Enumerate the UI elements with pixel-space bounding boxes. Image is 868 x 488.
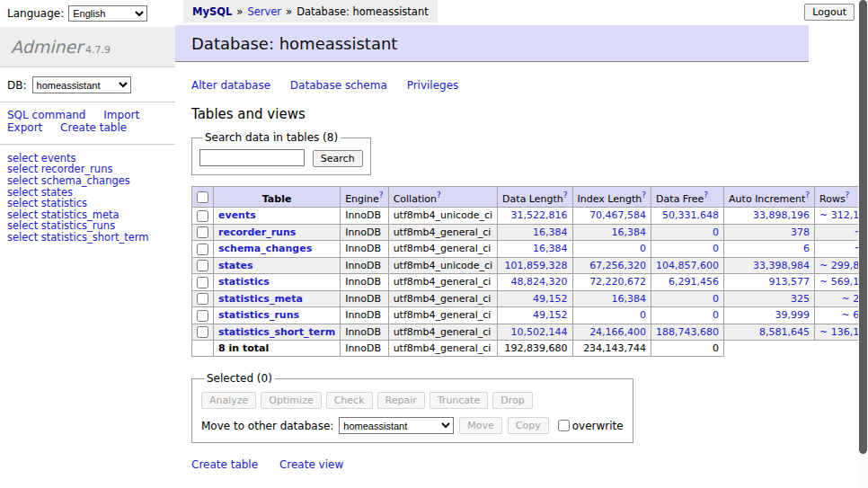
help-icon[interactable]: ? xyxy=(642,191,646,200)
data-free-link[interactable]: 104,857,600 xyxy=(656,260,719,271)
check-button[interactable]: Check xyxy=(326,392,373,409)
copy-button[interactable]: Copy xyxy=(508,417,549,434)
table-link[interactable]: statistics_short_term xyxy=(218,326,335,338)
privileges-link[interactable]: Privileges xyxy=(407,79,459,92)
data-length-link[interactable]: 31,522,816 xyxy=(511,209,568,221)
index-length-link[interactable]: 16,384 xyxy=(612,226,647,238)
tables-and-views-heading: Tables and views xyxy=(191,106,842,122)
search-input[interactable] xyxy=(199,149,305,166)
sidebar: Language: English Adminer4.7.9 DB: homea… xyxy=(0,0,175,488)
row-checkbox[interactable] xyxy=(197,226,208,238)
help-icon[interactable]: ? xyxy=(704,191,708,200)
collation-cell: utf8mb4_unicode_ci xyxy=(388,208,497,225)
table-link[interactable]: events xyxy=(218,209,256,221)
auto-increment-link[interactable]: 6 xyxy=(803,243,810,254)
create-table-link[interactable]: Create table xyxy=(191,458,258,471)
sidebar-link-sql-command[interactable]: SQL command xyxy=(7,109,85,121)
scrollbar-thumb[interactable] xyxy=(859,0,867,454)
data-free-link[interactable]: 0 xyxy=(713,226,719,238)
auto-increment-link[interactable]: 39,999 xyxy=(775,309,810,321)
row-checkbox[interactable] xyxy=(197,326,208,338)
help-icon[interactable]: ? xyxy=(563,191,568,200)
database-schema-link[interactable]: Database schema xyxy=(290,79,387,92)
auto-increment-link[interactable]: 33,398,984 xyxy=(753,260,810,271)
table-link[interactable]: recorder_runs xyxy=(218,226,296,238)
search-button[interactable]: Search xyxy=(313,150,363,167)
data-length-link[interactable]: 49,152 xyxy=(533,293,568,305)
index-length-link[interactable]: 70,467,584 xyxy=(589,209,646,221)
sidebar-item-select-statistics-short-term[interactable]: select statistics_short_term xyxy=(7,232,168,244)
table-link[interactable]: states xyxy=(218,260,253,271)
breadcrumb-server-link[interactable]: Server xyxy=(247,5,281,18)
analyze-button[interactable]: Analyze xyxy=(201,392,256,409)
row-checkbox[interactable] xyxy=(197,244,208,255)
engine-cell: InnoDB xyxy=(341,257,388,274)
tables-body: events InnoDB utf8mb4_unicode_ci 31,522,… xyxy=(192,208,868,341)
index-length-link[interactable]: 72,220,672 xyxy=(589,276,646,288)
db-selector-row: DB: homeassistant xyxy=(0,67,175,102)
data-free-link[interactable]: 0 xyxy=(713,309,719,321)
data-free-link[interactable]: 188,743,680 xyxy=(656,326,719,338)
row-checkbox[interactable] xyxy=(197,260,208,271)
language-select[interactable]: English xyxy=(68,5,147,22)
move-database-select[interactable]: homeassistant xyxy=(339,417,454,434)
row-checkbox[interactable] xyxy=(197,277,208,288)
auto-increment-link[interactable]: 913,577 xyxy=(769,276,810,288)
breadcrumb-mysql-link[interactable]: MySQL xyxy=(192,5,232,18)
table-link[interactable]: statistics_runs xyxy=(218,309,299,321)
data-length-link[interactable]: 49,152 xyxy=(533,309,568,321)
help-icon[interactable]: ? xyxy=(437,191,441,200)
optimize-button[interactable]: Optimize xyxy=(261,392,321,409)
auto-increment-link[interactable]: 325 xyxy=(791,293,810,305)
data-free-link[interactable]: 0 xyxy=(713,293,719,305)
data-length-link[interactable]: 101,859,328 xyxy=(505,260,568,271)
help-icon[interactable]: ? xyxy=(805,191,810,200)
language-row: Language: English xyxy=(0,0,175,27)
data-length-link[interactable]: 10,502,144 xyxy=(511,326,568,338)
sidebar-item-select-recorder-runs[interactable]: select recorder_runs xyxy=(7,164,168,175)
collation-cell: utf8mb4_general_ci xyxy=(388,290,497,307)
table-link[interactable]: statistics xyxy=(218,276,270,288)
move-button[interactable]: Move xyxy=(459,417,502,434)
data-length-link[interactable]: 16,384 xyxy=(533,243,568,254)
table-link[interactable]: schema_changes xyxy=(218,243,312,254)
select-all-checkbox[interactable] xyxy=(197,191,208,203)
sidebar-item-select-statistics[interactable]: select statistics xyxy=(7,198,168,209)
total-data-length: 192,839,680 xyxy=(498,341,572,357)
index-length-link[interactable]: 16,384 xyxy=(612,293,647,305)
data-length-link[interactable]: 16,384 xyxy=(533,226,568,238)
auto-increment-link[interactable]: 8,581,645 xyxy=(759,326,810,338)
index-length-link[interactable]: 24,166,400 xyxy=(589,326,646,338)
drop-button[interactable]: Drop xyxy=(492,392,532,409)
row-checkbox[interactable] xyxy=(197,310,208,322)
create-view-link[interactable]: Create view xyxy=(279,458,343,471)
alter-database-link[interactable]: Alter database xyxy=(191,79,270,92)
logout-button[interactable]: Logout xyxy=(804,4,855,21)
sidebar-link-import[interactable]: Import xyxy=(103,109,139,121)
truncate-button[interactable]: Truncate xyxy=(430,392,488,409)
repair-button[interactable]: Repair xyxy=(377,392,425,409)
col-header-collation: Collation? xyxy=(388,186,497,208)
data-free-link[interactable]: 6,291,456 xyxy=(669,276,719,288)
sidebar-link-create-table[interactable]: Create table xyxy=(60,121,127,134)
search-fieldset: Search data in tables (8) Search xyxy=(191,131,371,175)
sidebar-link-export[interactable]: Export xyxy=(7,121,42,134)
auto-increment-link[interactable]: 378 xyxy=(791,226,810,238)
data-free-link[interactable]: 0 xyxy=(713,243,719,254)
index-length-link[interactable]: 0 xyxy=(640,243,646,254)
data-free-link[interactable]: 50,331,648 xyxy=(662,209,719,221)
row-checkbox[interactable] xyxy=(197,293,208,305)
row-checkbox[interactable] xyxy=(197,210,208,222)
index-length-link[interactable]: 0 xyxy=(640,309,646,321)
collation-cell: utf8mb4_general_ci xyxy=(388,241,497,258)
db-select[interactable]: homeassistant xyxy=(32,76,131,93)
index-length-link[interactable]: 67,256,320 xyxy=(589,260,646,271)
scrollbar-track[interactable] xyxy=(858,0,868,488)
data-length-link[interactable]: 48,824,320 xyxy=(511,276,568,288)
table-link[interactable]: statistics_meta xyxy=(218,293,303,305)
overwrite-checkbox[interactable] xyxy=(558,420,570,431)
help-icon[interactable]: ? xyxy=(846,191,850,200)
sidebar-item-select-schema-changes[interactable]: select schema_changes xyxy=(7,175,168,187)
help-icon[interactable]: ? xyxy=(379,191,384,200)
auto-increment-link[interactable]: 33,898,196 xyxy=(753,209,810,221)
